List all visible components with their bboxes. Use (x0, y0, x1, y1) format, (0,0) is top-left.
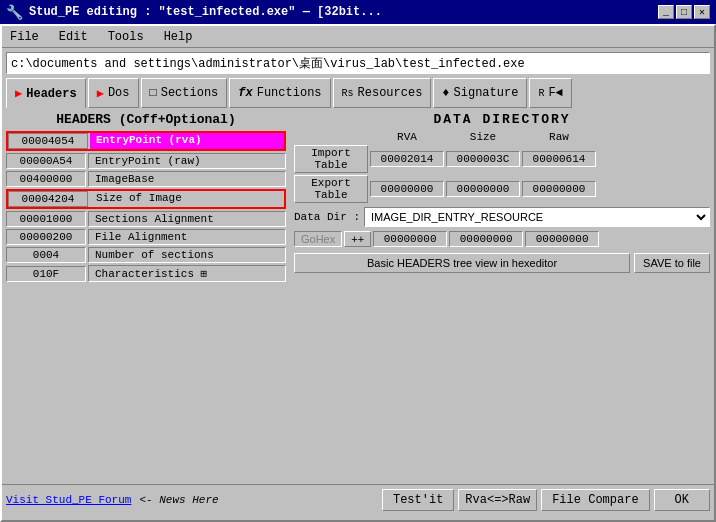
export-table-raw[interactable]: 00000000 (522, 181, 596, 197)
gohex-size[interactable]: 00000000 (449, 231, 523, 247)
bottom-section: Visit Stud_PE Forum <- News Here Test'it… (2, 484, 714, 515)
import-table-label[interactable]: Import Table (294, 145, 368, 173)
news-text: <- News Here (139, 494, 218, 506)
num-sections-value[interactable]: 0004 (6, 247, 86, 263)
left-panel-title: HEADERS (Coff+Optional) (6, 112, 286, 127)
size-of-image-label[interactable]: Size of Image (90, 191, 284, 207)
tab-resources-icon: Rs (342, 88, 354, 99)
title-buttons: _ □ ✕ (658, 5, 710, 19)
title-bar-content: 🔧 Stud_PE editing : "test_infected.exe" … (6, 4, 382, 21)
left-panel: HEADERS (Coff+Optional) 00004054 EntryPo… (6, 112, 286, 480)
image-base-label[interactable]: ImageBase (88, 171, 286, 187)
tab-resources-label: Resources (358, 86, 423, 100)
gohex-rva[interactable]: 00000000 (373, 231, 447, 247)
forum-link[interactable]: Visit Stud_PE Forum (6, 494, 131, 506)
col-headers: RVA Size Raw (294, 131, 710, 143)
bottom-right: Test'it Rva<=>Raw File Compare OK (382, 489, 710, 511)
window-body: File Edit Tools Help c:\documents and se… (0, 24, 716, 522)
characteristics-label[interactable]: Characteristics ⊞ (88, 265, 286, 282)
import-table-row: Import Table 00002014 0000003C 00000614 (294, 145, 710, 173)
sections-alignment-value[interactable]: 00001000 (6, 211, 86, 227)
tab-dos-icon: ▶ (97, 86, 104, 101)
rva-raw-button[interactable]: Rva<=>Raw (458, 489, 537, 511)
characteristics-row: 010F Characteristics ⊞ (6, 265, 286, 282)
tab-f4-icon: R (538, 88, 544, 99)
plus-plus-button[interactable]: ++ (344, 231, 371, 247)
test-it-button[interactable]: Test'it (382, 489, 454, 511)
entry-point-rva-row: 00004054 EntryPoint (rva) (6, 131, 286, 151)
maximize-button[interactable]: □ (676, 5, 692, 19)
main-content: HEADERS (Coff+Optional) 00004054 EntryPo… (2, 108, 714, 484)
tab-sections[interactable]: □ Sections (141, 78, 228, 108)
tab-headers[interactable]: ▶ Headers (6, 78, 86, 108)
entry-point-raw-value[interactable]: 00000A54 (6, 153, 86, 169)
menu-tools[interactable]: Tools (104, 29, 148, 45)
export-table-row: Export Table 00000000 00000000 00000000 (294, 175, 710, 203)
entry-point-raw-label[interactable]: EntryPoint (raw) (88, 153, 286, 169)
save-to-file-button[interactable]: SAVE to file (634, 253, 710, 273)
gohex-row: GoHex ++ 00000000 00000000 00000000 (294, 231, 710, 247)
image-base-row: 00400000 ImageBase (6, 171, 286, 187)
app-icon: 🔧 (6, 4, 23, 21)
entry-point-rva-value[interactable]: 00004054 (8, 133, 88, 149)
ok-button[interactable]: OK (654, 489, 710, 511)
tab-dos-label: Dos (108, 86, 130, 100)
size-of-image-value[interactable]: 00004204 (8, 191, 88, 207)
close-button[interactable]: ✕ (694, 5, 710, 19)
gohex-button[interactable]: GoHex (294, 231, 342, 247)
col-size: Size (446, 131, 520, 143)
col-raw: Raw (522, 131, 596, 143)
export-table-size[interactable]: 00000000 (446, 181, 520, 197)
export-table-label[interactable]: Export Table (294, 175, 368, 203)
menu-edit[interactable]: Edit (55, 29, 92, 45)
tab-resources[interactable]: Rs Resources (333, 78, 432, 108)
bottom-left: Visit Stud_PE Forum <- News Here (6, 494, 219, 506)
tab-signature-label: Signature (454, 86, 519, 100)
num-sections-row: 0004 Number of sections (6, 247, 286, 263)
title-bar: 🔧 Stud_PE editing : "test_infected.exe" … (0, 0, 716, 24)
tab-functions-icon: fx (238, 86, 252, 100)
data-dir-row: Data Dir : IMAGE_DIR_ENTRY_RESOURCE (294, 207, 710, 227)
import-table-rva[interactable]: 00002014 (370, 151, 444, 167)
import-table-raw[interactable]: 00000614 (522, 151, 596, 167)
menu-help[interactable]: Help (160, 29, 197, 45)
address-bar[interactable]: c:\documents and settings\administrator\… (6, 52, 710, 74)
entry-point-rva-label[interactable]: EntryPoint (rva) (90, 133, 284, 149)
tab-sections-icon: □ (150, 86, 157, 100)
import-table-size[interactable]: 0000003C (446, 151, 520, 167)
size-of-image-row: 00004204 Size of Image (6, 189, 286, 209)
num-sections-label[interactable]: Number of sections (88, 247, 286, 263)
tab-functions-label: Functions (257, 86, 322, 100)
data-dir-label: Data Dir : (294, 211, 360, 223)
menu-file[interactable]: File (6, 29, 43, 45)
window-title: Stud_PE editing : "test_infected.exe" — … (29, 5, 382, 19)
gohex-raw[interactable]: 00000000 (525, 231, 599, 247)
col-rva: RVA (370, 131, 444, 143)
data-dir-select[interactable]: IMAGE_DIR_ENTRY_RESOURCE (364, 207, 710, 227)
tab-signature-icon: ♦ (442, 86, 449, 100)
tab-sections-label: Sections (161, 86, 219, 100)
file-alignment-row: 00000200 File Alignment (6, 229, 286, 245)
file-alignment-value[interactable]: 00000200 (6, 229, 86, 245)
hex-view-button[interactable]: Basic HEADERS tree view in hexeditor (294, 253, 630, 273)
sections-alignment-row: 00001000 Sections Alignment (6, 211, 286, 227)
file-compare-button[interactable]: File Compare (541, 489, 649, 511)
tab-f4-label: F◄ (548, 86, 562, 100)
tab-functions[interactable]: fx Functions (229, 78, 330, 108)
characteristics-value[interactable]: 010F (6, 266, 86, 282)
minimize-button[interactable]: _ (658, 5, 674, 19)
tab-headers-label: Headers (26, 87, 76, 101)
image-base-value[interactable]: 00400000 (6, 171, 86, 187)
file-alignment-label[interactable]: File Alignment (88, 229, 286, 245)
entry-point-raw-row: 00000A54 EntryPoint (raw) (6, 153, 286, 169)
export-table-rva[interactable]: 00000000 (370, 181, 444, 197)
hex-save-row: Basic HEADERS tree view in hexeditor SAV… (294, 253, 710, 273)
right-panel: DATA DIRECTORY RVA Size Raw Import Table… (294, 112, 710, 480)
tab-dos[interactable]: ▶ Dos (88, 78, 139, 108)
tab-headers-icon: ▶ (15, 86, 22, 101)
tab-signature[interactable]: ♦ Signature (433, 78, 527, 108)
sections-alignment-label[interactable]: Sections Alignment (88, 211, 286, 227)
tab-f4[interactable]: R F◄ (529, 78, 571, 108)
tab-bar: ▶ Headers ▶ Dos □ Sections fx Functions … (2, 78, 714, 108)
right-panel-title: DATA DIRECTORY (294, 112, 710, 127)
